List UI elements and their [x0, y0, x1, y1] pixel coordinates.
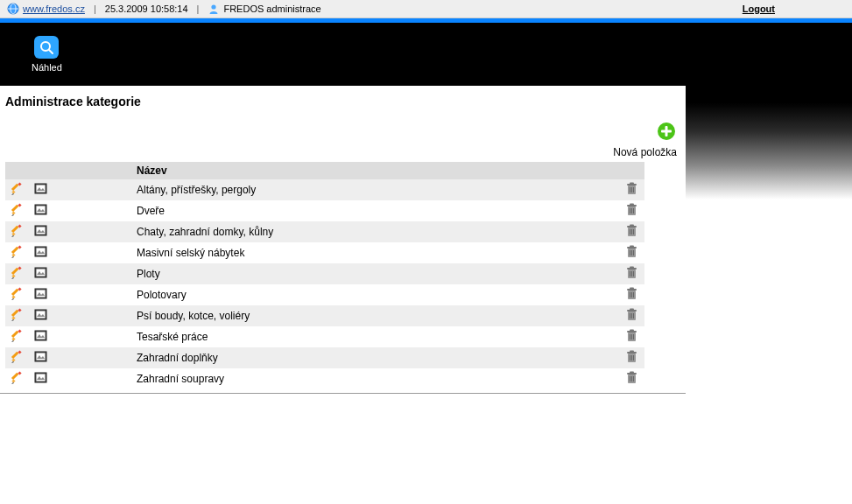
main-toolbar: Náhled — [0, 23, 852, 86]
category-name: Tesařské práce — [131, 326, 618, 347]
svg-rect-8 — [661, 130, 672, 133]
delete-icon[interactable] — [625, 308, 638, 324]
image-icon[interactable] — [34, 350, 47, 366]
image-icon[interactable] — [34, 224, 47, 240]
top-status-bar: www.fredos.cz | 25.3.2009 10:58:14 | FRE… — [0, 0, 852, 18]
delete-icon[interactable] — [625, 350, 638, 366]
image-icon[interactable] — [34, 308, 47, 324]
category-name: Zahradní soupravy — [131, 368, 618, 389]
table-row: Ploty — [5, 263, 644, 284]
user-icon — [208, 3, 220, 15]
preview-button[interactable]: Náhled — [32, 36, 62, 73]
table-row: Zahradní soupravy — [5, 368, 644, 389]
category-name: Zahradní doplňky — [131, 347, 618, 368]
edit-icon[interactable] — [11, 287, 24, 303]
delete-icon[interactable] — [625, 224, 638, 240]
category-name: Polotovary — [131, 284, 618, 305]
category-name: Dveře — [131, 200, 618, 221]
image-icon[interactable] — [34, 182, 47, 198]
edit-icon[interactable] — [11, 371, 24, 387]
side-gradient — [686, 86, 852, 200]
page-title: Administrace kategorie — [0, 89, 686, 117]
delete-icon[interactable] — [625, 329, 638, 345]
table-row: Psí boudy, kotce, voliéry — [5, 305, 644, 326]
add-icon — [656, 121, 677, 144]
new-item-label: Nová položka — [0, 146, 677, 158]
admin-label: FREDOS administrace — [223, 4, 320, 14]
logout-link[interactable]: Logout — [743, 4, 775, 14]
category-name: Psí boudy, kotce, voliéry — [131, 305, 618, 326]
svg-line-5 — [49, 50, 53, 53]
separator: | — [197, 4, 200, 14]
table-row: Altány, přístřešky, pergoly — [5, 179, 644, 200]
edit-icon[interactable] — [11, 350, 24, 366]
main-panel: Administrace kategorie Nová položka Náze… — [0, 86, 686, 394]
svg-point-3 — [212, 4, 216, 9]
category-name: Ploty — [131, 263, 618, 284]
separator: | — [94, 4, 96, 14]
edit-icon[interactable] — [11, 245, 24, 261]
category-table: Název Altány, přístřešky, pergolyDveřeCh… — [5, 162, 644, 389]
edit-icon[interactable] — [11, 224, 24, 240]
delete-icon[interactable] — [625, 371, 638, 387]
edit-icon[interactable] — [11, 266, 24, 282]
edit-icon[interactable] — [11, 329, 24, 345]
delete-icon[interactable] — [625, 287, 638, 303]
image-icon[interactable] — [34, 329, 47, 345]
table-row: Chaty, zahradní domky, kůlny — [5, 221, 644, 242]
edit-icon[interactable] — [11, 308, 24, 324]
datetime-text: 25.3.2009 10:58:14 — [105, 4, 188, 14]
category-name: Chaty, zahradní domky, kůlny — [131, 221, 618, 242]
site-link[interactable]: www.fredos.cz — [23, 4, 85, 14]
new-item-button[interactable]: Nová položka — [0, 117, 686, 162]
preview-label: Náhled — [32, 62, 62, 73]
delete-icon[interactable] — [625, 182, 638, 198]
table-row: Zahradní doplňky — [5, 347, 644, 368]
column-name-header: Název — [131, 162, 618, 179]
table-row: Masivní selský nábytek — [5, 242, 644, 263]
image-icon[interactable] — [34, 245, 47, 261]
image-icon[interactable] — [34, 287, 47, 303]
magnifier-icon — [34, 36, 59, 59]
table-row: Polotovary — [5, 284, 644, 305]
table-header-row: Název — [5, 162, 644, 179]
table-row: Tesařské práce — [5, 326, 644, 347]
table-row: Dveře — [5, 200, 644, 221]
delete-icon[interactable] — [625, 203, 638, 219]
image-icon[interactable] — [34, 266, 47, 282]
globe-icon — [7, 3, 19, 15]
category-name: Altány, přístřešky, pergoly — [131, 179, 618, 200]
edit-icon[interactable] — [11, 182, 24, 198]
edit-icon[interactable] — [11, 203, 24, 219]
image-icon[interactable] — [34, 203, 47, 219]
category-name: Masivní selský nábytek — [131, 242, 618, 263]
delete-icon[interactable] — [625, 245, 638, 261]
image-icon[interactable] — [34, 371, 47, 387]
delete-icon[interactable] — [625, 266, 638, 282]
